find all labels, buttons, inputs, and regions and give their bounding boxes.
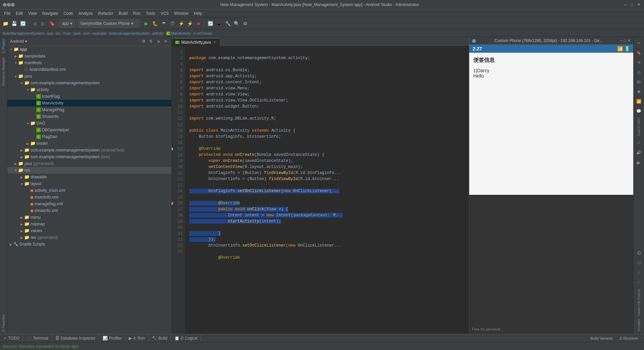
- tree-showinfo[interactable]: C ShowInfo: [7, 113, 171, 120]
- bc-notemgmt[interactable]: notemanagementsystem: [109, 31, 149, 35]
- bc-mainactivity[interactable]: CMainActivity: [166, 31, 191, 35]
- close-button[interactable]: ✕: [636, 2, 641, 7]
- side-right-volup-btn[interactable]: 🔊: [634, 148, 644, 157]
- bc-app[interactable]: app: [47, 31, 53, 35]
- device-minimize-btn[interactable]: ─: [620, 39, 623, 43]
- sync-project-btn[interactable]: 🔄: [206, 19, 214, 28]
- emulator-label[interactable]: Emulator: [637, 317, 641, 332]
- tree-dbopenhelper[interactable]: C DBOpenHelper: [7, 127, 171, 133]
- tree-app[interactable]: ▼ 📁 app: [7, 46, 171, 53]
- maximize-button[interactable]: □: [629, 2, 635, 7]
- tab-run[interactable]: ▶ 4: Run: [125, 334, 149, 342]
- device-close-btn[interactable]: ✕: [628, 39, 631, 43]
- side-right-power-btn[interactable]: ⏻: [634, 248, 644, 258]
- apply-code-btn[interactable]: ⚡: [186, 19, 194, 28]
- tree-androidtest[interactable]: ▶ 📁 com.example.notemanagementsystem (an…: [7, 147, 171, 154]
- tree-manageflag[interactable]: C ManageFlag: [7, 106, 171, 113]
- tree-layout[interactable]: ▼ 📁 layout: [7, 180, 171, 187]
- editor-tab-mainactivity[interactable]: C MainActivity.java ✕: [172, 38, 220, 46]
- bc-com[interactable]: com: [83, 31, 90, 35]
- panel-sort-btn[interactable]: ⇅: [148, 38, 154, 44]
- tree-dao[interactable]: ▼ 📁 DAO: [7, 120, 171, 127]
- tab-build-variants[interactable]: Build Variants: [587, 336, 616, 340]
- tree-manifests[interactable]: ▼ 📁 manifests: [7, 59, 171, 66]
- tree-java[interactable]: ▼ 📁 java: [7, 73, 171, 80]
- side-right-gps-btn[interactable]: ⊕: [634, 58, 644, 67]
- toolbar-sync-btn[interactable]: 🔄: [19, 19, 27, 28]
- toolbar-save-btn[interactable]: 💾: [10, 19, 18, 28]
- bc-java[interactable]: java: [74, 31, 80, 35]
- side-right-share-btn[interactable]: ⤢: [634, 138, 644, 147]
- tab-z-structure[interactable]: Z-Structure: [616, 336, 641, 340]
- tree-showinfo-xml[interactable]: ◼ showinfo.xml: [7, 207, 171, 214]
- menu-build[interactable]: Build: [116, 9, 130, 17]
- tree-gradle-scripts[interactable]: ▶ 🔧 Gradle Scripts: [7, 241, 171, 248]
- tree-flagdao[interactable]: C FlagDao: [7, 133, 171, 140]
- panel-dropdown-arrow[interactable]: ▾: [25, 39, 27, 44]
- bc-example[interactable]: example: [93, 31, 107, 35]
- menu-edit[interactable]: Edit: [13, 9, 25, 17]
- apply-changes-btn[interactable]: ⚡: [177, 19, 185, 28]
- device-file-explorer-label[interactable]: Device File Explorer: [637, 287, 641, 317]
- tree-insertflag[interactable]: C InsertFlag: [7, 93, 171, 100]
- tab-logcat[interactable]: 📋 6: Logcat: [171, 334, 201, 342]
- menu-analyze[interactable]: Analyze: [76, 9, 96, 17]
- bc-activity[interactable]: activity: [152, 31, 163, 35]
- toolbar-forward-btn[interactable]: ▷: [39, 19, 47, 28]
- stop-btn[interactable]: ■: [195, 19, 203, 28]
- tab-favorites[interactable]: 2: Favorites: [1, 312, 6, 334]
- tree-androidmanifest[interactable]: 🗋 AndroidManifest.xml: [7, 66, 171, 73]
- device-dropdown[interactable]: Genymobile Custom Phone ▾: [78, 19, 139, 28]
- menu-navigate[interactable]: Navigate: [40, 9, 61, 17]
- coverage-btn[interactable]: ☂: [160, 19, 168, 28]
- tree-manageflag-xml[interactable]: ◼ manageflag.xml: [7, 201, 171, 207]
- menu-vcs[interactable]: VCS: [158, 9, 172, 17]
- open-gaps-label[interactable]: Open GAPPS: [637, 116, 641, 138]
- tab-build[interactable]: 🔨 Build: [149, 334, 171, 342]
- tab-database-inspector[interactable]: 🗄 Database Inspector: [52, 334, 99, 342]
- close-tab-btn[interactable]: ✕: [213, 40, 216, 44]
- side-right-square-btn[interactable]: □: [634, 277, 644, 287]
- settings-btn[interactable]: ⚙: [241, 19, 249, 28]
- tree-activity[interactable]: ▼ 📁 activity: [7, 86, 171, 93]
- bc-main[interactable]: main: [63, 31, 71, 35]
- debug-btn[interactable]: 🐛: [151, 19, 159, 28]
- tree-test[interactable]: ▶ 📁 com.example.notemanagementsystem (te…: [7, 154, 171, 160]
- toolbar-open-btn[interactable]: 📁: [1, 19, 9, 28]
- code-text[interactable]: package com.example.notemanagementsystem…: [185, 46, 469, 334]
- tab-project[interactable]: 1: Project: [1, 37, 6, 55]
- bc-oncreate[interactable]: monCreate: [193, 31, 212, 35]
- side-right-chat-btn[interactable]: 💬: [634, 106, 644, 116]
- menu-help[interactable]: Help: [191, 9, 205, 17]
- side-right-back-btn[interactable]: ◁: [634, 258, 644, 267]
- tree-sampledata[interactable]: ▶ 📁 sampledata: [7, 53, 171, 59]
- side-right-bookmark-btn[interactable]: 🔖: [634, 48, 644, 57]
- device-maximize-btn[interactable]: □: [624, 39, 626, 43]
- panel-close-btn[interactable]: ✕: [163, 38, 169, 44]
- bc-src[interactable]: src: [56, 31, 61, 35]
- tree-insertinfo-xml[interactable]: ◼ insertinfo.xml: [7, 194, 171, 201]
- menu-window[interactable]: Window: [171, 9, 191, 17]
- tree-values[interactable]: ▶ 📁 values: [7, 227, 171, 234]
- run-btn[interactable]: ▶: [142, 19, 150, 28]
- tree-java-generated[interactable]: ▶ 📁 java (generated): [7, 160, 171, 167]
- toolbar-bookmark-btn[interactable]: 🔖: [48, 19, 56, 28]
- panel-settings-btn[interactable]: ⚙: [141, 38, 147, 44]
- menu-refactor[interactable]: Refactor: [96, 9, 116, 17]
- minimize-button[interactable]: ─: [623, 2, 628, 7]
- sdk-btn[interactable]: 🔧: [224, 19, 232, 28]
- tree-mainactivity[interactable]: C MainActivity: [7, 100, 171, 106]
- tree-res[interactable]: ▼ 📁 res: [7, 167, 171, 174]
- tab-todo[interactable]: ✓ TODO: [0, 334, 23, 342]
- tree-activity-main-xml[interactable]: ◼ activity_main.xml: [7, 187, 171, 194]
- avd-btn[interactable]: 📱: [215, 19, 223, 28]
- side-right-record-btn[interactable]: ⏺: [634, 87, 644, 96]
- tab-resource-manager[interactable]: Resource Manager: [1, 55, 6, 88]
- tree-com-example[interactable]: ▼ 📁 com.example.notemanagementsystem: [7, 80, 171, 86]
- menu-view[interactable]: View: [25, 9, 40, 17]
- profile-btn[interactable]: ⏱: [168, 19, 176, 28]
- side-right-voldown-btn[interactable]: 🔈: [634, 158, 644, 167]
- tree-mipmap[interactable]: ▶ 📁 mipmap: [7, 221, 171, 227]
- menu-run[interactable]: Run: [130, 9, 143, 17]
- bc-notemanagement[interactable]: NoteManagementSystem: [3, 31, 44, 35]
